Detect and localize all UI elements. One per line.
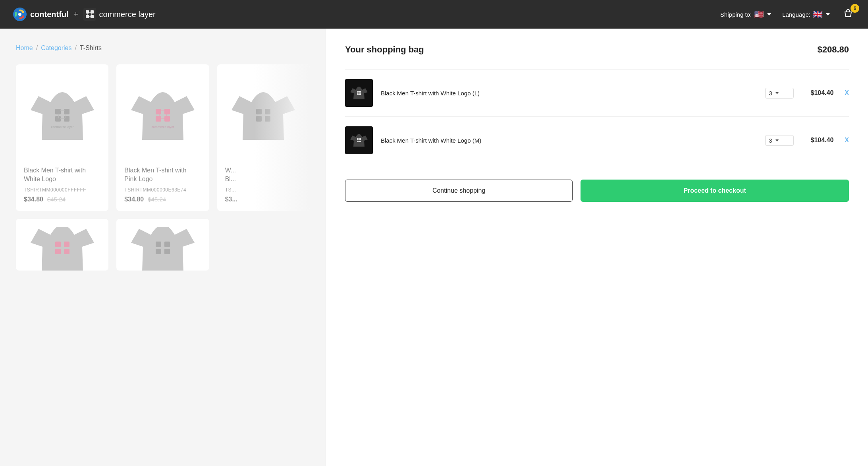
- breadcrumb-current: T-Shirts: [80, 44, 102, 52]
- remove-item-1-button[interactable]: X: [845, 89, 849, 97]
- product-price-2: $34.80: [124, 196, 144, 203]
- breadcrumb-categories[interactable]: Categories: [41, 44, 71, 52]
- product-listing-panel: Home / Categories / T-Shirts: [0, 29, 326, 466]
- product-image-5: [124, 227, 201, 271]
- svg-rect-38: [64, 249, 69, 254]
- item-details-2: Black Men T-shirt with White Logo (M): [381, 136, 757, 145]
- svg-rect-11: [91, 13, 92, 15]
- svg-rect-57: [360, 139, 360, 141]
- svg-rect-27: [159, 114, 160, 118]
- svg-rect-18: [58, 114, 59, 118]
- svg-rect-54: [359, 141, 361, 142]
- shopping-bag-panel: Your shopping bag $208.80 Black: [326, 29, 868, 466]
- svg-rect-16: [64, 116, 69, 122]
- plus-separator: +: [73, 9, 79, 19]
- product-card-2[interactable]: commerce layer Black Men T-shirt withPin…: [116, 64, 209, 211]
- product-sku-1: TSHIRTMM000000FFFFFF: [24, 187, 100, 193]
- svg-rect-46: [359, 93, 361, 95]
- svg-rect-33: [256, 116, 262, 122]
- svg-rect-37: [55, 249, 61, 254]
- svg-rect-13: [55, 109, 61, 114]
- svg-rect-28: [166, 114, 167, 118]
- bag-actions: Continue shopping Proceed to checkout: [345, 180, 849, 202]
- svg-point-2: [22, 15, 24, 18]
- product-sku-3: TS...: [225, 187, 302, 193]
- proceed-to-checkout-button[interactable]: Proceed to checkout: [581, 180, 849, 202]
- svg-rect-8: [91, 15, 94, 18]
- svg-rect-22: [156, 109, 161, 114]
- product-name-2: Black Men T-shirt withPink Logo: [124, 166, 201, 184]
- header: contentful + commerce layer Shipping to:…: [0, 0, 868, 29]
- svg-rect-49: [360, 92, 360, 94]
- product-card-5[interactable]: [116, 219, 209, 271]
- svg-rect-19: [66, 114, 66, 118]
- qty-select-2[interactable]: 3: [765, 135, 794, 146]
- svg-rect-29: [160, 118, 165, 119]
- item-price-2: $104.40: [802, 137, 833, 144]
- breadcrumb-sep-1: /: [36, 44, 38, 52]
- svg-rect-53: [357, 141, 359, 142]
- svg-rect-34: [265, 116, 270, 122]
- product-prices-3: $3...: [225, 196, 302, 203]
- product-sku-2: TSHIRTMM000000E63E74: [124, 187, 201, 193]
- remove-item-2-button[interactable]: X: [845, 137, 849, 144]
- product-card-1[interactable]: commerce layer Black Men T-shirt withWhi…: [16, 64, 108, 211]
- svg-rect-47: [358, 91, 360, 92]
- svg-rect-48: [358, 92, 358, 94]
- header-controls: Shipping to: 🇺🇸 Language: 🇬🇧 6: [720, 7, 855, 21]
- breadcrumb-home[interactable]: Home: [16, 44, 33, 52]
- svg-rect-40: [164, 242, 170, 247]
- cart-button[interactable]: 6: [841, 7, 855, 21]
- commerce-layer-icon: [83, 8, 96, 21]
- item-name-2: Black Men T-shirt with White Logo (M): [381, 136, 757, 145]
- cart-count-badge: 6: [851, 4, 859, 13]
- logo-area: contentful + commerce layer: [13, 7, 156, 21]
- commerce-layer-logo[interactable]: commerce layer: [83, 8, 156, 21]
- item-image-1: [345, 79, 373, 107]
- qty-chevron-icon-1: [775, 92, 779, 94]
- svg-rect-20: [60, 118, 65, 119]
- item-image-2: [345, 126, 373, 154]
- svg-rect-45: [357, 93, 359, 95]
- product-image-2: commerce layer: [124, 72, 201, 160]
- svg-rect-14: [64, 109, 69, 114]
- svg-rect-56: [358, 139, 358, 141]
- qty-select-1[interactable]: 3: [765, 88, 794, 99]
- product-price-1: $34.80: [24, 196, 43, 203]
- bag-total: $208.80: [817, 44, 849, 55]
- item-details-1: Black Men T-shirt with White Logo (L): [381, 89, 757, 97]
- main-layout: Home / Categories / T-Shirts: [0, 29, 868, 466]
- language-control[interactable]: Language: 🇬🇧: [782, 10, 830, 19]
- contentful-icon: [13, 7, 27, 21]
- svg-rect-58: [358, 141, 360, 142]
- qty-value-2: 3: [769, 137, 772, 144]
- svg-rect-42: [164, 249, 170, 254]
- svg-rect-6: [91, 10, 94, 14]
- svg-rect-17: [60, 110, 65, 111]
- shipping-control[interactable]: Shipping to: 🇺🇸: [720, 10, 771, 19]
- svg-rect-5: [86, 10, 89, 14]
- shipping-flag: 🇺🇸: [754, 10, 764, 19]
- svg-rect-10: [87, 13, 88, 15]
- svg-rect-51: [357, 138, 359, 140]
- language-label: Language:: [782, 11, 810, 18]
- svg-rect-52: [359, 138, 361, 140]
- contentful-logo[interactable]: contentful: [13, 7, 69, 21]
- product-card-3[interactable]: W...Bl... TS... $3...: [217, 64, 310, 211]
- breadcrumb: Home / Categories / T-Shirts: [16, 44, 310, 52]
- shipping-chevron-icon: [767, 13, 771, 15]
- breadcrumb-sep-2: /: [75, 44, 77, 52]
- svg-rect-15: [55, 116, 61, 122]
- svg-rect-4: [83, 8, 96, 21]
- item-tshirt-icon-2: [349, 131, 368, 150]
- commerce-layer-name: commerce layer: [99, 10, 156, 19]
- continue-shopping-button[interactable]: Continue shopping: [345, 180, 573, 202]
- bag-header: Your shopping bag $208.80: [345, 44, 849, 55]
- svg-rect-41: [156, 249, 161, 254]
- shipping-label: Shipping to:: [720, 11, 752, 18]
- product-card-4[interactable]: [16, 219, 108, 271]
- item-tshirt-icon-1: [349, 83, 368, 102]
- qty-value-1: 3: [769, 90, 772, 97]
- item-price-1: $104.40: [802, 89, 833, 97]
- svg-rect-50: [358, 94, 360, 95]
